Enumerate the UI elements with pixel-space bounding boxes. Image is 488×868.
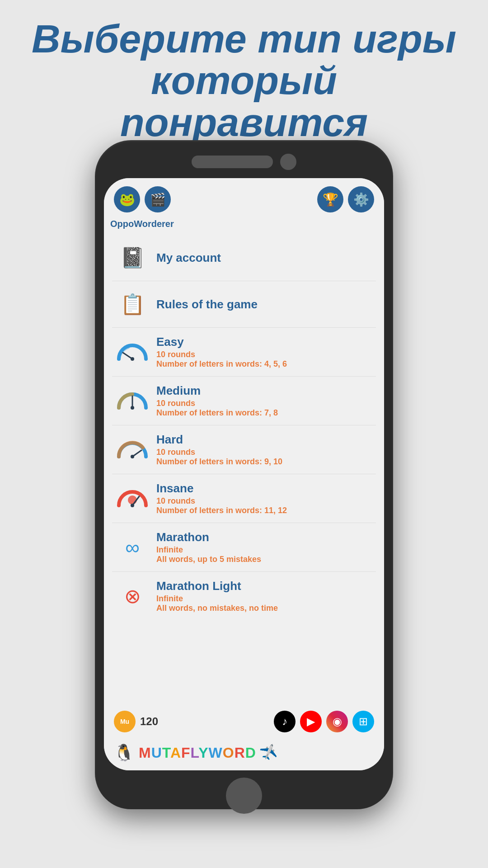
brand-letter-L: L (191, 745, 199, 761)
rules-text: Rules of the game (156, 297, 258, 311)
title-line1: Выберите тип игры (32, 16, 456, 61)
phone-frame: 🐸 🎬 🏆 ⚙️ OppoWorderer 📓 My (95, 140, 393, 809)
marathon-text: Marathon Infinite All words, up to 5 mis… (156, 530, 261, 564)
account-text: My account (156, 251, 221, 265)
svg-point-5 (131, 455, 134, 458)
header-left-icons: 🐸 🎬 (114, 186, 171, 212)
settings-button[interactable]: ⚙️ (348, 186, 374, 212)
menu-item-medium[interactable]: Medium 10 rounds Number of letters in wo… (112, 377, 376, 424)
brand-letter-Y: Y (198, 745, 208, 761)
menu-item-my-account[interactable]: 📓 My account (112, 236, 376, 280)
hard-subtitle: 10 rounds (156, 448, 282, 457)
brand-letter-M: M (139, 745, 151, 761)
title-section: Выберите тип игры который понравится (0, 18, 488, 143)
brand-letter-R: R (235, 745, 245, 761)
menu-item-marathon[interactable]: ∞ Marathon Infinite All words, up to 5 m… (112, 524, 376, 571)
brand-name: MUTAFLYWORD (139, 745, 256, 761)
marathon-title: Marathon (156, 530, 261, 544)
easy-subtitle: 10 rounds (156, 350, 287, 359)
rules-icon: 📋 (117, 288, 148, 320)
medium-title: Medium (156, 384, 278, 398)
marathon-light-title: Marathon Light (156, 579, 278, 593)
phone-top-bar (104, 149, 384, 173)
menu-item-easy[interactable]: Easy 10 rounds Number of letters in word… (112, 329, 376, 375)
medium-text: Medium 10 rounds Number of letters in wo… (156, 384, 278, 418)
insane-detail: Number of letters in words: 11, 12 (156, 506, 287, 515)
hard-text: Hard 10 rounds Number of letters in word… (156, 433, 282, 467)
divider-3 (112, 376, 376, 377)
hard-title: Hard (156, 433, 282, 447)
marathon-light-detail: All words, no mistakes, no time (156, 604, 278, 613)
insane-subtitle: 10 rounds (156, 496, 287, 506)
youtube-button[interactable]: ▶ (300, 711, 322, 732)
title-line2: который понравится (120, 58, 368, 144)
app-header: 🐸 🎬 🏆 ⚙️ (104, 178, 384, 217)
easy-text: Easy 10 rounds Number of letters in word… (156, 335, 287, 369)
instagram-button[interactable]: ◉ (326, 711, 348, 732)
easy-title: Easy (156, 335, 287, 349)
gauge-hard-icon (117, 434, 148, 466)
marathon-light-text: Marathon Light Infinite All words, no mi… (156, 579, 278, 613)
app-avatar-button[interactable]: 🐸 (114, 186, 140, 212)
menu-item-rules[interactable]: 📋 Rules of the game (112, 282, 376, 326)
marathon-detail: All words, up to 5 mistakes (156, 555, 261, 564)
insane-text: Insane 10 rounds Number of letters in wo… (156, 481, 287, 515)
medium-detail: Number of letters in words: 7, 8 (156, 408, 278, 418)
store-button[interactable]: ⊞ (352, 711, 374, 732)
divider-4 (112, 425, 376, 425)
divider-1 (112, 281, 376, 281)
account-icon: 📓 (117, 242, 148, 274)
brand-plane-icon: ✈️ (258, 743, 278, 763)
brand-footer: 🐧 MUTAFLYWORD ✈️ (104, 739, 384, 770)
app-brand-label: OppoWorderer (104, 217, 384, 231)
easy-detail: Number of letters in words: 4, 5, 6 (156, 359, 287, 369)
brand-letter-D: D (245, 745, 256, 761)
marathon-infinity-icon: ∞ (117, 532, 148, 563)
divider-7 (112, 571, 376, 572)
menu-list: 📓 My account 📋 Rules of the game (104, 231, 384, 704)
coin-label: Mu (120, 718, 129, 725)
brand-letter-O: O (223, 745, 235, 761)
medium-subtitle: 10 rounds (156, 399, 278, 408)
divider-5 (112, 474, 376, 474)
tiktok-button[interactable]: ♪ (274, 711, 296, 732)
svg-point-3 (131, 406, 134, 410)
menu-item-marathon-light[interactable]: ⊗ Marathon Light Infinite All words, no … (112, 573, 376, 619)
main-title: Выберите тип игры который понравится (27, 18, 461, 143)
menu-item-insane[interactable]: Insane 10 rounds Number of letters in wo… (112, 475, 376, 522)
coin-count: 120 (140, 715, 158, 728)
brand-letter-T: T (162, 745, 170, 761)
app-bottom-bar: Mu 120 ♪ ▶ ◉ ⊞ (104, 704, 384, 739)
rules-title: Rules of the game (156, 297, 258, 311)
marathon-light-subtitle: Infinite (156, 594, 278, 604)
brand-letter-W: W (209, 745, 223, 761)
phone-wrapper: 🐸 🎬 🏆 ⚙️ OppoWorderer 📓 My (95, 140, 393, 809)
trophy-button[interactable]: 🏆 (317, 186, 343, 212)
account-title: My account (156, 251, 221, 265)
brand-penguin-icon: 🐧 (114, 743, 134, 762)
menu-item-hard[interactable]: Hard 10 rounds Number of letters in word… (112, 426, 376, 473)
divider-6 (112, 523, 376, 523)
marathon-light-cancel-icon: ⊗ (117, 580, 148, 612)
phone-screen: 🐸 🎬 🏆 ⚙️ OppoWorderer 📓 My (104, 178, 384, 770)
coin-badge: Mu (114, 711, 136, 732)
phone-camera (280, 154, 296, 170)
brand-letter-U: U (151, 745, 162, 761)
svg-point-8 (131, 504, 134, 507)
phone-speaker (192, 156, 273, 168)
gauge-medium-icon (117, 385, 148, 417)
gauge-insane-icon (117, 483, 148, 514)
svg-point-1 (131, 357, 134, 361)
insane-title: Insane (156, 481, 287, 495)
divider-2 (112, 327, 376, 328)
brand-letter-F: F (181, 745, 191, 761)
social-icons: ♪ ▶ ◉ ⊞ (274, 711, 374, 732)
gauge-easy-icon (117, 336, 148, 368)
brand-letter-A: A (170, 745, 181, 761)
app-film-button[interactable]: 🎬 (145, 186, 171, 212)
phone-home-button[interactable] (226, 778, 262, 814)
header-right-icons: 🏆 ⚙️ (317, 186, 374, 212)
svg-point-6 (128, 495, 137, 505)
hard-detail: Number of letters in words: 9, 10 (156, 457, 282, 467)
marathon-subtitle: Infinite (156, 545, 261, 555)
